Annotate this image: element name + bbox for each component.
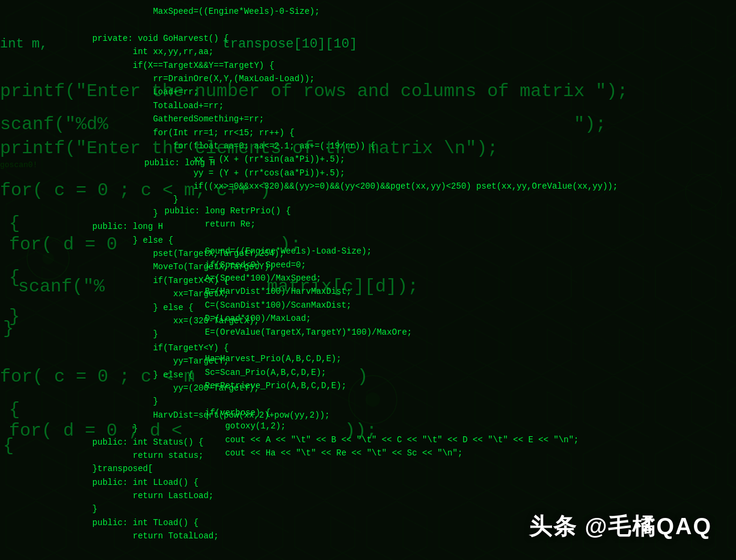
code-block-block_scanf_inner: scanf("% matrix[c][d]); — [18, 273, 419, 300]
code-layer: MaxSpeed=((Engine*Weels)-0-Size); privat… — [0, 0, 736, 560]
code-block-block_large_left: int m, transpose[10][10] — [0, 33, 357, 55]
watermark-text: 头条 @毛橘QAQ — [529, 514, 712, 539]
code-block-block_xlarge_left_2: scanf("%d% "); — [0, 111, 606, 138]
watermark: 头条 @毛橘QAQ — [529, 511, 712, 542]
code-block-block_for_d1: for( d = 0 ); — [9, 231, 301, 258]
code-block-block_scan_left: goscan0! — [0, 159, 37, 172]
code-block-block_for_c1: for( c = 0 ; c < m; c++ ) — [0, 177, 271, 204]
code-block-block_for_d2: for( d = 0 ; d < )); — [9, 418, 377, 445]
code-block-block_xlarge_left_1: printf("Enter the number of rows and col… — [0, 78, 628, 105]
code-block-block_brace4: } — [3, 315, 14, 342]
code-block-block_xlarge_left_3: printf("Enter the elements of the matrix… — [0, 135, 498, 162]
code-block-block_brace6: { — [3, 433, 14, 460]
code-block-block_for_c2: for( c = 0 ; c < m ) — [0, 364, 368, 391]
